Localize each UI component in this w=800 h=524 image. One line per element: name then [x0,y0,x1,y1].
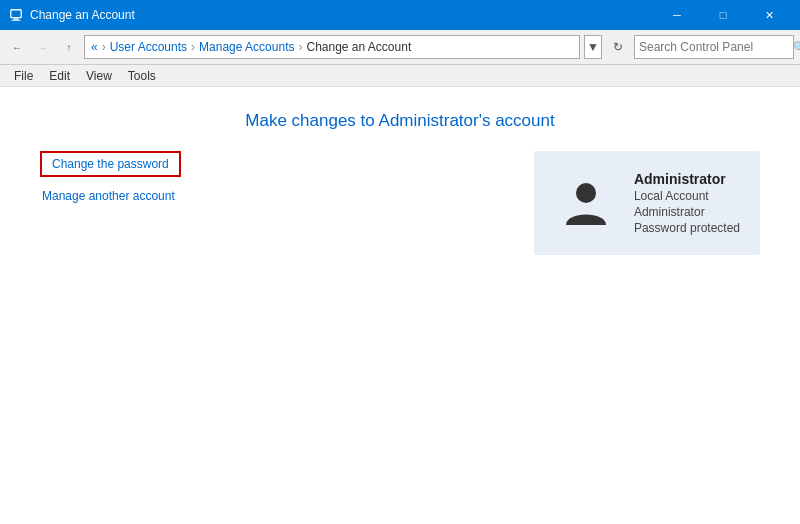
menu-file[interactable]: File [6,67,41,85]
svg-rect-2 [12,20,21,21]
avatar [554,171,618,235]
content-area: Make changes to Administrator's account … [0,87,800,524]
breadcrumb-user-accounts[interactable]: User Accounts [110,40,187,54]
left-panel: Change the password Manage another accou… [40,151,494,255]
refresh-button[interactable]: ↻ [606,35,630,59]
forward-button[interactable]: → [32,36,54,58]
title-bar-icon [8,7,24,23]
menu-edit[interactable]: Edit [41,67,78,85]
svg-rect-1 [13,19,18,20]
search-input[interactable] [639,40,789,54]
title-bar-controls: ─ □ ✕ [654,0,792,30]
title-bar-text: Change an Account [30,8,654,22]
menu-view[interactable]: View [78,67,120,85]
breadcrumb-current: Change an Account [306,40,411,54]
main-layout: Change the password Manage another accou… [40,151,760,255]
manage-another-link[interactable]: Manage another account [42,189,494,203]
svg-rect-0 [11,10,22,18]
minimize-button[interactable]: ─ [654,0,700,30]
up-button[interactable]: ↑ [58,36,80,58]
breadcrumb-manage-accounts[interactable]: Manage Accounts [199,40,294,54]
search-box[interactable]: 🔍 [634,35,794,59]
account-name: Administrator [634,171,740,187]
breadcrumb-bar: « › User Accounts › Manage Accounts › Ch… [84,35,580,59]
maximize-button[interactable]: □ [700,0,746,30]
account-detail-local: Local Account [634,189,740,203]
account-detail-admin: Administrator [634,205,740,219]
close-button[interactable]: ✕ [746,0,792,30]
account-info: Administrator Local Account Administrato… [634,171,740,235]
search-icon: 🔍 [793,41,800,54]
menu-tools[interactable]: Tools [120,67,164,85]
address-dropdown-button[interactable]: ▼ [584,35,602,59]
account-card: Administrator Local Account Administrato… [534,151,760,255]
back-button[interactable]: ← [6,36,28,58]
account-detail-password: Password protected [634,221,740,235]
title-bar: Change an Account ─ □ ✕ [0,0,800,30]
page-title: Make changes to Administrator's account [40,111,760,131]
address-bar: ← → ↑ « › User Accounts › Manage Account… [0,30,800,65]
change-password-button[interactable]: Change the password [40,151,181,177]
breadcrumb-root[interactable]: « [91,40,98,54]
menu-bar: File Edit View Tools [0,65,800,87]
svg-point-3 [576,183,596,203]
